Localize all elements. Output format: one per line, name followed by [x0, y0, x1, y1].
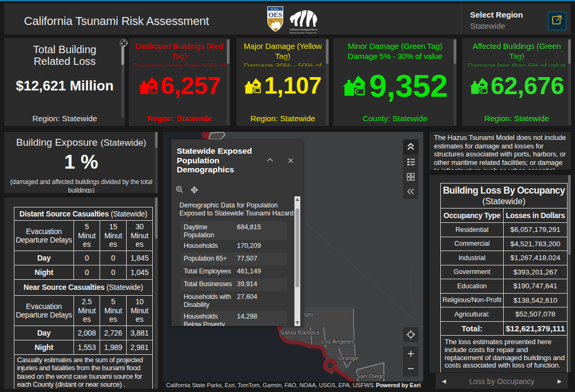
svg-text:San Diego: San Diego: [356, 373, 385, 379]
svg-text:OES: OES: [268, 11, 282, 19]
svg-text:California Geological Survey: California Geological Survey: [290, 28, 317, 31]
svg-text:Los Angeles: Los Angeles: [321, 338, 355, 345]
svg-text:Santa Barbara: Santa Barbara: [280, 329, 320, 336]
svg-text:spo: spo: [303, 311, 314, 318]
svg-text:Seismic Hazards / Tsunami Unit: Seismic Hazards / Tsunami Unit: [290, 32, 317, 34]
svg-text:Orange: Orange: [338, 355, 358, 361]
